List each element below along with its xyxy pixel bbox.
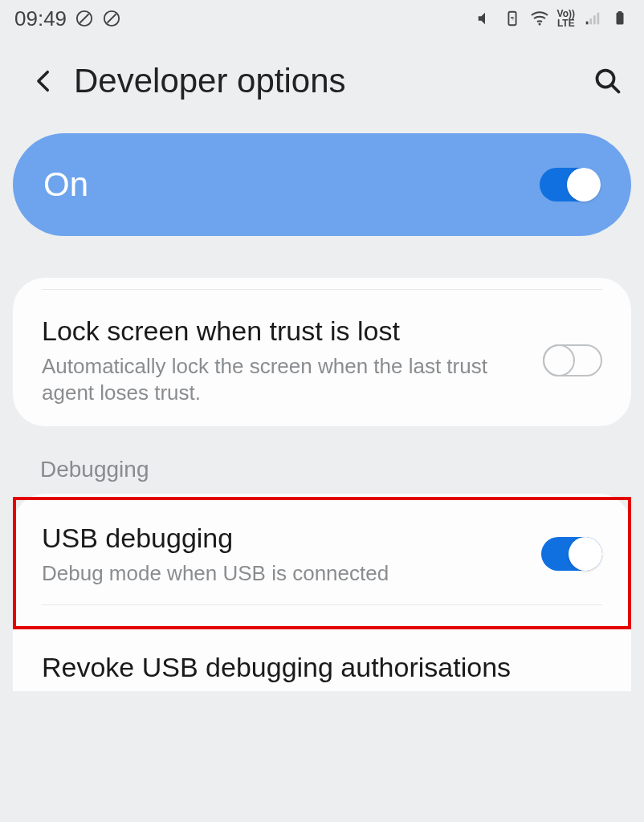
master-toggle-label: On (43, 165, 88, 204)
toggle-knob (569, 537, 602, 571)
setting-subtitle: Automatically lock the screen when the l… (42, 353, 524, 408)
setting-title: Revoke USB debugging authorisations (42, 650, 602, 685)
status-bar: 09:49 Vo))LTE (0, 0, 644, 37)
setting-usb-debugging[interactable]: USB debugging Debug mode when USB is con… (42, 521, 602, 587)
clock: 09:49 (14, 6, 67, 31)
setting-subtitle: Debug mode when USB is connected (42, 560, 522, 588)
setting-lock-screen-trust[interactable]: Lock screen when trust is lost Automatic… (13, 314, 631, 407)
master-toggle-row[interactable]: On (13, 133, 631, 236)
svg-rect-6 (593, 15, 596, 24)
toggle-knob (543, 344, 575, 376)
svg-rect-4 (586, 22, 589, 25)
app-notification-icon (102, 9, 121, 28)
battery-saver-icon (503, 9, 522, 28)
page-header: Developer options (0, 37, 644, 133)
signal-icon (583, 9, 602, 28)
divider (42, 604, 602, 605)
toggle-knob (567, 168, 601, 201)
wifi-icon (530, 9, 549, 28)
mute-vibrate-icon (475, 9, 495, 28)
svg-point-3 (538, 23, 540, 26)
settings-card-debugging: USB debugging Debug mode when USB is con… (13, 494, 631, 691)
battery-icon (610, 9, 630, 28)
divider (42, 289, 602, 290)
lock-screen-toggle[interactable] (543, 344, 602, 376)
volte-icon: Vo))LTE (557, 9, 575, 28)
settings-card-trust: Lock screen when trust is lost Automatic… (13, 278, 631, 426)
usb-debugging-row-highlight: USB debugging Debug mode when USB is con… (13, 497, 631, 629)
back-button[interactable] (24, 61, 64, 101)
chevron-left-icon (31, 67, 58, 95)
section-heading-debugging: Debugging (40, 457, 644, 482)
search-button[interactable] (588, 61, 628, 101)
svg-rect-8 (617, 13, 624, 25)
setting-title: USB debugging (42, 521, 522, 555)
setting-title: Lock screen when trust is lost (42, 314, 524, 348)
svg-rect-5 (589, 18, 592, 24)
search-icon (593, 67, 622, 96)
svg-rect-9 (618, 11, 622, 13)
usb-debugging-toggle[interactable] (541, 537, 602, 571)
setting-revoke-usb-auth[interactable]: Revoke USB debugging authorisations (13, 629, 631, 691)
svg-rect-7 (597, 13, 600, 25)
page-title: Developer options (74, 62, 588, 100)
master-toggle[interactable] (540, 168, 601, 201)
app-notification-icon (75, 9, 94, 28)
